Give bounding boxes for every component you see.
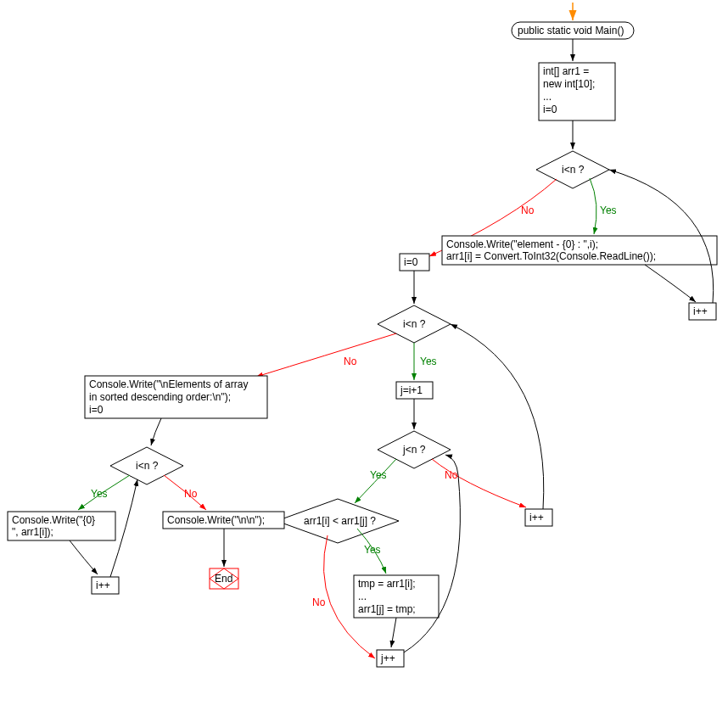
edge-swap-jinc	[391, 618, 396, 647]
edge-printhdr-cond5	[151, 418, 161, 445]
cond2-no-label: No	[344, 356, 357, 367]
reset1-label: i=0	[404, 256, 418, 268]
cond3-yes-label: Yes	[370, 469, 387, 481]
read-line1: Console.Write("element - {0} : ",i);	[446, 238, 598, 250]
cond5-no-label: No	[184, 488, 198, 500]
swap-line2: ...	[358, 591, 367, 602]
inc2-label: i++	[529, 512, 544, 523]
edge-read-inc1	[645, 265, 696, 302]
printel-line2: ", arr1[i]);	[12, 526, 53, 538]
cond3-no-label: No	[445, 469, 458, 481]
end-node: End	[210, 568, 238, 589]
printel-line1: Console.Write("{0}	[12, 514, 95, 526]
cond4-no-label: No	[312, 596, 326, 608]
edge-cond1-yes	[590, 178, 596, 234]
cond1-yes-label: Yes	[600, 204, 617, 216]
edge-cond2-no	[256, 333, 396, 377]
edge-inc2-cond2	[451, 324, 544, 509]
printhdr-line3: i=0	[89, 404, 104, 416]
jinit-label: j=i+1	[400, 384, 423, 396]
inc3-label: i++	[96, 579, 110, 591]
init-line2: new int[10];	[543, 78, 595, 90]
printnl-label: Console.Write("\n\n");	[167, 514, 265, 526]
init-line1: int[] arr1 =	[543, 65, 589, 77]
cond4-yes-label: Yes	[364, 544, 381, 556]
cond2-label: i<n ?	[403, 318, 426, 330]
inc1-label: i++	[693, 305, 708, 317]
end-label: End	[215, 573, 232, 585]
swap-line1: tmp = arr1[i];	[358, 578, 416, 590]
cond1-no-label: No	[521, 204, 535, 216]
cond1-label: i<n ?	[562, 164, 585, 176]
flowchart: public static void Main() int[] arr1 = n…	[0, 0, 728, 711]
cond5-label: i<n ?	[136, 460, 159, 472]
init-line4: i=0	[543, 104, 557, 115]
edge-printel-inc3	[70, 540, 98, 574]
cond3-label: j<n ?	[402, 444, 426, 456]
start-label: public static void Main()	[518, 25, 624, 36]
printhdr-line2: in sorted descending order:\n");	[89, 391, 231, 403]
edge-cond3-no	[432, 459, 526, 507]
init-line3: ...	[543, 91, 552, 103]
edge-jinc-cond3	[404, 455, 460, 652]
printhdr-line1: Console.Write("\nElements of array	[89, 378, 248, 390]
edge-cond3-yes	[355, 459, 396, 503]
read-line2: arr1[i] = Convert.ToInt32(Console.ReadLi…	[446, 250, 656, 262]
swap-line3: arr1[j] = tmp;	[358, 603, 416, 615]
cond4-label: arr1[i] < arr1[j] ?	[304, 515, 376, 527]
cond2-yes-label: Yes	[420, 356, 437, 367]
cond5-yes-label: Yes	[91, 488, 108, 500]
jinc-label: j++	[380, 652, 395, 664]
